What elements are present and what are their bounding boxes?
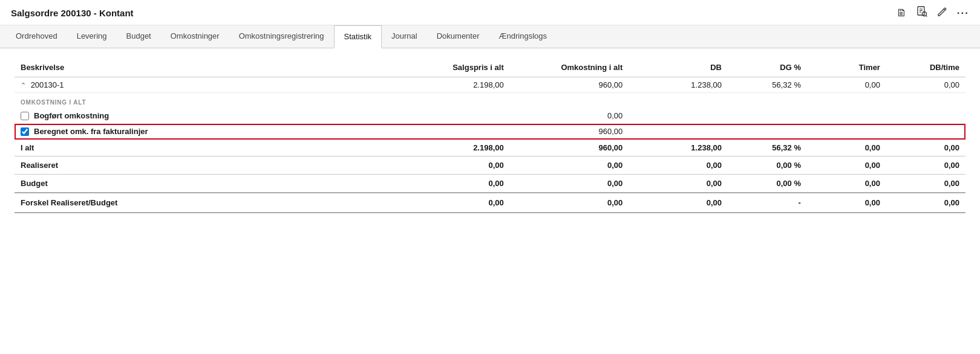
bogfort-label: Bogført omkostning (34, 111, 109, 120)
ialt-dbtime: 0,00 (886, 140, 965, 156)
col-db: DB (629, 59, 728, 77)
forskel-salgspris: 0,00 (391, 193, 509, 213)
col-omkostning: Omkostning i alt (510, 59, 629, 77)
tab-ordrehoved[interactable]: Ordrehoved (6, 25, 67, 48)
col-timer: Timer (807, 59, 886, 77)
realiseret-db: 0,00 (629, 156, 728, 175)
tab-aendringslogs[interactable]: Ændringslogs (489, 25, 557, 48)
tab-omkostninger[interactable]: Omkostninger (161, 25, 229, 48)
budget-omkostning: 0,00 (510, 175, 629, 193)
tab-statistik[interactable]: Statistik (334, 25, 382, 48)
forskel-dg: - (728, 193, 807, 213)
realiseret-salgspris: 0,00 (391, 156, 509, 175)
main-content: Beskrivelse Salgspris i alt Omkostning i… (0, 48, 980, 213)
ialt-db: 1.238,00 (629, 140, 728, 156)
realiseret-timer: 0,00 (807, 156, 886, 175)
ialt-label: I alt (15, 140, 391, 156)
ialt-salgspris: 2.198,00 (391, 140, 509, 156)
forskel-timer: 0,00 (807, 193, 886, 213)
timer-cell: 0,00 (807, 77, 886, 93)
tab-budget[interactable]: Budget (117, 25, 161, 48)
beregnet-row: Beregnet omk. fra fakturalinjer 960,00 (15, 124, 965, 140)
realiseret-omkostning: 0,00 (510, 156, 629, 175)
db-cell: 1.238,00 (629, 77, 728, 93)
realiseret-row: Realiseret 0,00 0,00 0,00 0,00 % 0,00 0,… (15, 156, 965, 175)
bogfort-value: 0,00 (510, 108, 629, 124)
tab-levering[interactable]: Levering (67, 25, 117, 48)
col-dbtime: DB/time (886, 59, 965, 77)
dbtime-cell: 0,00 (886, 77, 965, 93)
col-salgspris: Salgspris i alt (391, 59, 509, 77)
budget-timer: 0,00 (807, 175, 886, 193)
beregnet-checkbox[interactable] (21, 127, 29, 136)
row-label: 200130-1 (31, 80, 64, 89)
budget-dg: 0,00 % (728, 175, 807, 193)
doc-icon[interactable]: 🗎 (897, 7, 907, 19)
table-row: ⌃ 200130-1 2.198,00 960,00 1.238,00 56,3… (15, 77, 965, 93)
page-title: Salgsordre 200130 - Kontant (11, 8, 134, 18)
toolbar-icons: 🗎 ··· (897, 6, 969, 20)
tab-omkostningsregistrering[interactable]: Omkostningsregistrering (229, 25, 334, 48)
budget-db: 0,00 (629, 175, 728, 193)
edit-icon[interactable] (937, 7, 947, 20)
tab-dokumenter[interactable]: Dokumenter (427, 25, 489, 48)
section-label: OMKOSTNING I ALT (15, 93, 965, 109)
section-label-row: OMKOSTNING I ALT (15, 93, 965, 109)
forskel-omkostning: 0,00 (510, 193, 629, 213)
tab-bar: Ordrehoved Levering Budget Omkostninger … (0, 25, 980, 48)
tab-journal[interactable]: Journal (382, 25, 427, 48)
forskel-dbtime: 0,00 (886, 193, 965, 213)
ialt-timer: 0,00 (807, 140, 886, 156)
ialt-omkostning: 960,00 (510, 140, 629, 156)
bogfort-row: Bogført omkostning 0,00 (15, 108, 965, 124)
search-doc-icon[interactable] (916, 6, 927, 20)
col-beskrivelse: Beskrivelse (15, 59, 391, 77)
omkostning-cell: 960,00 (510, 77, 629, 93)
title-bar: Salgsordre 200130 - Kontant 🗎 ··· (0, 0, 980, 25)
dg-cell: 56,32 % (728, 77, 807, 93)
svg-line-2 (926, 16, 927, 17)
realiseret-dg: 0,00 % (728, 156, 807, 175)
realiseret-label: Realiseret (15, 156, 391, 175)
budget-dbtime: 0,00 (886, 175, 965, 193)
more-icon[interactable]: ··· (957, 7, 969, 19)
salgspris-cell: 2.198,00 (391, 77, 509, 93)
budget-label: Budget (15, 175, 391, 193)
bogfort-checkbox[interactable] (21, 112, 29, 120)
beregnet-value: 960,00 (510, 124, 629, 140)
realiseret-dbtime: 0,00 (886, 156, 965, 175)
forskel-row: Forskel Realiseret/Budget 0,00 0,00 0,00… (15, 193, 965, 213)
beregnet-label: Beregnet omk. fra fakturalinjer (34, 127, 148, 136)
budget-salgspris: 0,00 (391, 175, 509, 193)
statistics-table: Beskrivelse Salgspris i alt Omkostning i… (15, 59, 965, 213)
col-dg: DG % (728, 59, 807, 77)
forskel-db: 0,00 (629, 193, 728, 213)
budget-row: Budget 0,00 0,00 0,00 0,00 % 0,00 0,00 (15, 175, 965, 193)
ialt-dg: 56,32 % (728, 140, 807, 156)
ialt-row: I alt 2.198,00 960,00 1.238,00 56,32 % 0… (15, 140, 965, 156)
collapse-icon[interactable]: ⌃ (21, 82, 26, 89)
forskel-label: Forskel Realiseret/Budget (15, 193, 391, 213)
